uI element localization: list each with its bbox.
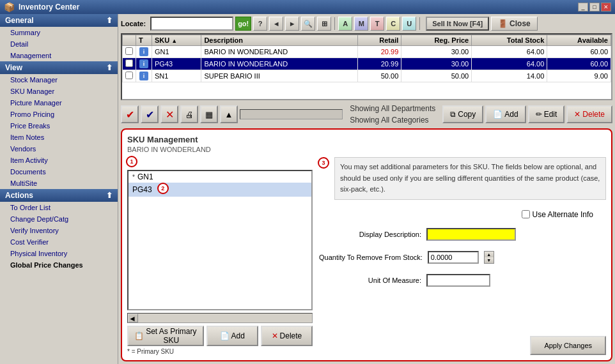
help-button[interactable]: ? [253,17,267,31]
sku-add-button[interactable]: 📄 Add [206,326,258,346]
sidebar-item-item-notes[interactable]: Item Notes [0,132,118,143]
col-description[interactable]: Description [201,35,358,46]
sidebar-item-price-breaks[interactable]: Price Breaks [0,120,118,132]
col-sku[interactable]: SKU ▲ [152,35,201,46]
close-button[interactable]: 🚪 Close [491,17,538,31]
use-alternate-info-checkbox[interactable] [522,210,530,218]
back-button[interactable]: ◄ [269,17,283,31]
sidebar-item-stock-manager[interactable]: Stock Manager [0,74,118,86]
row-sku: GN1 [152,46,201,58]
go-button[interactable]: go! [235,17,251,31]
row-sku: SN1 [152,70,201,82]
row-total-stock: 14.00 [472,70,547,82]
sidebar-collapse-view-icon: ⬆ [106,63,113,72]
uom-input[interactable] [426,274,490,287]
sidebar-item-to-order-list[interactable]: To Order List [0,202,118,213]
col-checkbox [123,35,136,46]
qty-spin-down[interactable]: ▼ [485,257,494,263]
sidebar-item-sku-manager[interactable]: SKU Manager [0,86,118,97]
forward-button[interactable]: ► [285,17,299,31]
sidebar-item-cost-verifier[interactable]: Cost Verifier [0,236,118,248]
c-button[interactable]: C [386,17,400,31]
u-button[interactable]: U [402,17,416,31]
apply-btn-row: Apply Changes [319,336,606,355]
a-button[interactable]: A [338,17,352,31]
search-button[interactable]: 🔍 [301,17,315,31]
row-checkbox[interactable] [123,46,136,58]
sidebar-item-management[interactable]: Management [0,50,118,61]
sidebar-item-change-dept[interactable]: Change Dept/Catg [0,213,118,225]
add-button[interactable]: 📄 Add [485,105,525,123]
x-red-button[interactable]: ✕ [160,105,178,123]
sku-mgmt-title: SKU Management [127,135,606,144]
m-button[interactable]: M [354,17,368,31]
filter-button[interactable]: ⊞ [317,17,331,31]
close-window-button[interactable]: ✕ [601,3,611,11]
sidebar-item-physical-inventory[interactable]: Physical Inventory [0,248,118,259]
row-description: BARIO IN WONDERLAND [201,46,358,58]
copy-button[interactable]: ⧉ Copy [442,105,483,123]
sku-list-item[interactable]: * GN1 [128,171,311,183]
col-available[interactable]: Available [547,35,611,46]
grid-button[interactable]: ▦ [200,105,218,123]
sidebar-item-verify-inventory[interactable]: Verify Inventory [0,225,118,236]
window-controls[interactable]: _ □ ✕ [578,3,611,11]
check-red-button[interactable]: ✔ [121,105,139,123]
primary-star: * [132,174,135,181]
row-reg-price: 30.00 [401,46,472,58]
up-button[interactable]: ▲ [220,105,238,123]
table-row[interactable]: i PG43 BARIO IN WONDERLAND 20.99 30.00 6… [123,58,611,70]
sku-scrollbar[interactable]: ◄ [127,313,313,323]
sku-delete-button[interactable]: ✕ Delete [261,326,313,346]
set-primary-button[interactable]: 📋 Set As PrimarySKU [127,326,204,346]
sidebar-item-documents[interactable]: Documents [0,166,118,178]
add-icon: 📄 [493,110,502,119]
t-button[interactable]: T [370,17,384,31]
row-reg-price: 30.00 [401,58,472,70]
locate-input[interactable] [150,17,233,31]
display-description-row: Display Description: [319,228,606,241]
edit-button[interactable]: ✏ Edit [528,105,565,123]
qty-remove-input[interactable] [428,251,479,264]
sidebar-section-view-label: View [5,63,22,72]
minimize-button[interactable]: _ [578,3,588,11]
edit-icon: ✏ [536,110,542,119]
sidebar-section-actions[interactable]: Actions ⬆ [0,189,118,202]
row-checkbox[interactable] [123,58,136,70]
display-desc-input[interactable] [426,228,516,241]
sidebar-item-summary[interactable]: Summary [0,27,118,38]
col-reg-price[interactable]: Reg. Price [401,35,472,46]
col-type[interactable]: T [136,35,152,46]
col-retail[interactable]: Retail [358,35,401,46]
sidebar-item-item-activity[interactable]: Item Activity [0,155,118,166]
row-checkbox[interactable] [123,70,136,82]
sidebar-item-multisite[interactable]: MultiSite [0,178,118,189]
sidebar-section-general[interactable]: General ⬆ [0,14,118,27]
sku-list-item[interactable]: PG43 2 [128,183,311,197]
sidebar-item-vendors[interactable]: Vendors [0,143,118,155]
apply-changes-button[interactable]: Apply Changes [530,336,606,355]
sku-management-panel: SKU Management BARIO IN WONDERLAND 1 * G… [121,128,612,361]
close-icon: 🚪 [498,19,508,28]
print-button[interactable]: 🖨 [180,105,198,123]
sidebar-section-view[interactable]: View ⬆ [0,61,118,74]
col-total-stock[interactable]: Total Stock [472,35,547,46]
table-scrollbar[interactable] [240,109,343,119]
maximize-button[interactable]: □ [589,3,600,11]
content-area: Locate: go! ? ◄ ► 🔍 ⊞ A M T C U Sell It … [118,14,615,364]
qty-spin-up[interactable]: ▲ [485,252,494,257]
table-row[interactable]: i GN1 BARIO IN WONDERLAND 20.99 30.00 64… [123,46,611,58]
title-bar: 📦 Inventory Center _ □ ✕ [0,0,615,14]
check-blue-button[interactable]: ✔ [141,105,159,123]
delete-button[interactable]: ✕ Delete [566,105,612,123]
qty-spinner[interactable]: ▲ ▼ [484,251,494,264]
sell-it-now-button[interactable]: Sell It Now [F4] [426,17,489,31]
sidebar-item-detail[interactable]: Detail [0,38,118,50]
scroll-left-btn[interactable]: ◄ [128,314,138,322]
table-row[interactable]: i SN1 SUPER BARIO III 50.00 50.00 14.00 … [123,70,611,82]
sidebar-item-picture-manager[interactable]: Picture Manager [0,97,118,109]
app-title: Inventory Center [19,3,79,11]
sidebar-item-global-price-changes[interactable]: Global Price Changes [0,259,118,271]
sku-add-icon: 📄 [220,331,230,340]
sidebar-item-promo-pricing[interactable]: Promo Pricing [0,109,118,120]
